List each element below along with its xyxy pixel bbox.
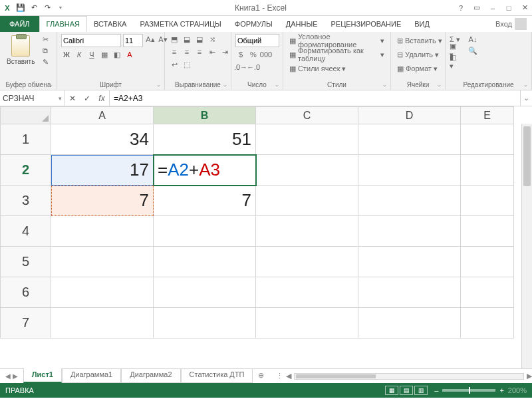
new-sheet-button[interactable]: ⊕ — [253, 369, 269, 383]
tab-view[interactable]: ВИД — [408, 16, 436, 32]
vertical-scrollbar[interactable] — [521, 124, 532, 368]
row-header-5[interactable]: 5 — [1, 247, 51, 277]
cell-B7[interactable] — [154, 308, 256, 338]
sheet-tab-1[interactable]: Лист1 — [23, 368, 62, 383]
conditional-formatting-button[interactable]: ▦ Условное форматирование ▾ — [287, 34, 386, 47]
cell-B3[interactable]: 7 — [154, 186, 256, 216]
cell-A4[interactable] — [51, 216, 154, 247]
page-layout-view-icon[interactable]: ▤ — [400, 386, 413, 395]
tab-formulas[interactable]: ФОРМУЛЫ — [228, 16, 279, 32]
font-color-icon[interactable]: A — [124, 49, 135, 60]
cell-A1[interactable]: 34 — [51, 124, 154, 155]
increase-decimal-icon[interactable]: .0→ — [235, 62, 246, 72]
cut-icon[interactable]: ✂ — [40, 34, 51, 45]
cell-A5[interactable] — [51, 247, 154, 277]
cell-E6[interactable] — [461, 277, 514, 308]
sheet-tab-2[interactable]: Диаграмма1 — [62, 368, 121, 383]
zoom-in-icon[interactable]: + — [499, 386, 503, 394]
cell-D3[interactable] — [358, 186, 461, 216]
cell-B6[interactable] — [154, 277, 256, 308]
align-center-icon[interactable]: ≡ — [182, 47, 192, 57]
cell-D6[interactable] — [358, 277, 461, 308]
cell-A3[interactable]: 7 — [51, 186, 154, 216]
grow-font-icon[interactable]: A▴ — [145, 34, 156, 45]
zoom-slider[interactable] — [442, 389, 495, 392]
tab-insert[interactable]: ВСТАВКА — [87, 16, 133, 32]
align-top-icon[interactable]: ⬒ — [169, 34, 180, 45]
cell-B1[interactable]: 51 — [154, 124, 256, 155]
cell-E2[interactable] — [461, 155, 514, 186]
zoom-out-icon[interactable]: – — [434, 386, 438, 394]
close-icon[interactable]: ✕ — [520, 3, 529, 12]
format-painter-icon[interactable]: ✎ — [40, 57, 51, 67]
zoom-controls[interactable]: – + 200% — [434, 386, 527, 394]
cell-E3[interactable] — [461, 186, 514, 216]
zoom-level[interactable]: 200% — [508, 386, 527, 394]
cell-C2[interactable] — [256, 155, 358, 186]
col-header-D[interactable]: D — [358, 107, 461, 124]
cell-C4[interactable] — [256, 216, 358, 247]
cell-C7[interactable] — [256, 308, 358, 338]
bold-button[interactable]: Ж — [61, 49, 72, 60]
tab-home[interactable]: ГЛАВНАЯ — [39, 16, 87, 32]
row-header-3[interactable]: 3 — [1, 186, 51, 216]
tab-review[interactable]: РЕЦЕНЗИРОВАНИЕ — [324, 16, 408, 32]
cell-D5[interactable] — [358, 247, 461, 277]
cell-E1[interactable] — [461, 124, 514, 155]
copy-icon[interactable]: ⧉ — [40, 45, 51, 56]
expand-formula-bar-icon[interactable]: ⌄ — [520, 90, 532, 106]
format-as-table-button[interactable]: ▦ Форматировать как таблицу ▾ — [287, 48, 386, 61]
cell-E7[interactable] — [461, 308, 514, 338]
currency-icon[interactable]: $ — [235, 49, 246, 60]
insert-function-icon[interactable]: fx — [94, 94, 109, 103]
insert-cells-button[interactable]: ⊞ Вставить ▾ — [395, 34, 444, 47]
paste-button[interactable]: Вставить — [4, 34, 37, 66]
cell-D1[interactable] — [358, 124, 461, 155]
col-header-C[interactable]: C — [256, 107, 358, 124]
tab-file[interactable]: ФАЙЛ — [0, 16, 39, 32]
cell-C6[interactable] — [256, 277, 358, 308]
undo-icon[interactable]: ↶ — [29, 3, 39, 13]
row-header-1[interactable]: 1 — [1, 124, 51, 155]
underline-button[interactable]: Ч — [86, 49, 97, 60]
clear-icon[interactable]: ◧ ▾ — [450, 57, 460, 67]
row-header-4[interactable]: 4 — [1, 216, 51, 247]
select-all-corner[interactable] — [1, 107, 51, 124]
view-switcher[interactable]: ▦ ▤ ▥ — [385, 386, 428, 395]
formula-input[interactable] — [110, 90, 520, 106]
delete-cells-button[interactable]: ⊟ Удалить ▾ — [395, 48, 441, 61]
sheet-tab-4[interactable]: Статистика ДТП — [181, 368, 253, 383]
maximize-icon[interactable]: □ — [504, 4, 513, 12]
number-format-combo[interactable] — [235, 34, 279, 47]
cell-C5[interactable] — [256, 247, 358, 277]
col-header-A[interactable]: A — [51, 107, 154, 124]
normal-view-icon[interactable]: ▦ — [385, 386, 398, 395]
italic-button[interactable]: К — [74, 49, 84, 60]
cell-C1[interactable] — [256, 124, 358, 155]
page-break-view-icon[interactable]: ▥ — [414, 386, 428, 395]
indent-increase-icon[interactable]: ⇥ — [219, 47, 230, 57]
sign-in[interactable]: Вход — [490, 16, 532, 32]
cell-D7[interactable] — [358, 308, 461, 338]
cell-D4[interactable] — [358, 216, 461, 247]
cell-B5[interactable] — [154, 247, 256, 277]
merge-icon[interactable]: ⬚ — [182, 59, 192, 70]
cancel-formula-icon[interactable]: ✕ — [65, 94, 80, 103]
wrap-text-icon[interactable]: ↩ — [169, 59, 180, 70]
minimize-icon[interactable]: – — [488, 4, 497, 12]
comma-icon[interactable]: 000 — [261, 49, 271, 60]
align-left-icon[interactable]: ≡ — [169, 47, 180, 57]
help-icon[interactable]: ? — [456, 4, 466, 12]
name-box[interactable]: СРЗНАЧ — [0, 90, 65, 106]
col-header-B[interactable]: B — [154, 107, 256, 124]
cell-E4[interactable] — [461, 216, 514, 247]
align-right-icon[interactable]: ≡ — [194, 47, 205, 57]
tab-data[interactable]: ДАННЫЕ — [279, 16, 325, 32]
sheet-tab-3[interactable]: Диаграмма2 — [121, 368, 180, 383]
cell-B2[interactable]: =A2+A3 — [154, 155, 256, 186]
find-icon[interactable]: 🔍 — [467, 45, 478, 56]
cell-C3[interactable] — [256, 186, 358, 216]
enter-formula-icon[interactable]: ✓ — [80, 94, 94, 103]
cell-B4[interactable] — [154, 216, 256, 247]
font-name-combo[interactable] — [61, 34, 121, 47]
